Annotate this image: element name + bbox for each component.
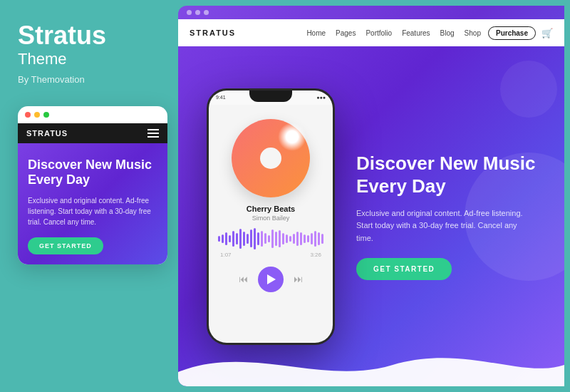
deco-circle-small	[500, 61, 557, 118]
mobile-hero-desc: Exclusive and original content. Ad-free …	[28, 195, 157, 227]
hero-heading-line2: Every Day	[356, 175, 446, 197]
mobile-preview: STRATUS Discover New Music Every Day Exc…	[18, 106, 167, 264]
time-end: 3:26	[310, 252, 321, 258]
hamburger-icon[interactable]	[147, 129, 159, 138]
brand-by: By Themovation	[18, 74, 160, 85]
hero-cta-button[interactable]: GET STARTED	[356, 258, 452, 280]
wave-bottom	[178, 329, 564, 386]
phone-screen: Cherry Beats Simon Bailey 1:07 3:26 ⏮ ⏭	[209, 105, 333, 343]
browser-dot-2	[195, 10, 200, 15]
nav-link-pages[interactable]: Pages	[336, 29, 356, 37]
hero-heading-line1: Discover New Music	[356, 153, 535, 174]
phone-notch	[249, 91, 292, 102]
hero-desc: Exclusive and original content. Ad-free …	[356, 207, 527, 245]
play-button[interactable]	[258, 267, 284, 292]
hero-heading: Discover New Music Every Day	[356, 153, 536, 197]
song-title: Cherry Beats	[247, 205, 295, 213]
left-panel: Stratus Theme By Themovation STRATUS Dis…	[0, 0, 178, 392]
brand-title: Stratus	[18, 21, 160, 50]
nav-link-home[interactable]: Home	[306, 29, 326, 37]
nav-link-portfolio[interactable]: Portfolio	[366, 29, 392, 37]
dot-green	[43, 112, 49, 118]
song-artist: Simon Bailey	[252, 215, 290, 222]
cart-icon[interactable]: 🛒	[542, 28, 553, 38]
play-triangle-icon	[267, 274, 276, 284]
browser-dot-3	[204, 10, 209, 15]
status-icons: ●●●	[316, 95, 326, 100]
album-art	[232, 119, 310, 197]
mobile-hero-title: Discover New Music Every Day	[28, 158, 157, 188]
dot-yellow	[34, 112, 40, 118]
mobile-nav-logo: STRATUS	[26, 129, 68, 138]
cherry-decoration	[278, 123, 306, 151]
nav-link-blog[interactable]: Blog	[440, 29, 455, 37]
right-panel: STRATUS Home Pages Portfolio Features Bl…	[178, 6, 564, 386]
status-time: 9:41	[216, 95, 226, 100]
dot-red	[25, 112, 31, 118]
browser-bar	[178, 6, 564, 19]
mobile-top-bar	[18, 106, 167, 123]
site-nav: STRATUS Home Pages Portfolio Features Bl…	[178, 19, 564, 46]
purchase-button[interactable]: Purchase	[488, 26, 536, 40]
site-nav-logo: STRATUS	[190, 29, 236, 37]
prev-icon[interactable]: ⏮	[239, 274, 248, 284]
phone-mockup: 9:41 ●●● Cherry Beats Simon Bailey 1:07 …	[207, 88, 335, 345]
mobile-nav: STRATUS	[18, 123, 167, 143]
nav-link-shop[interactable]: Shop	[465, 29, 481, 37]
album-art-inner	[260, 148, 281, 169]
brand-subtitle: Theme	[18, 50, 160, 68]
mobile-hero: Discover New Music Every Day Exclusive a…	[18, 143, 167, 264]
time-start: 1:07	[220, 252, 232, 258]
controls-row: ⏮ ⏭	[239, 267, 303, 292]
time-row: 1:07 3:26	[209, 252, 333, 258]
next-icon[interactable]: ⏭	[294, 274, 303, 284]
waveform	[207, 229, 335, 249]
mobile-cta-button[interactable]: GET STARTED	[28, 237, 103, 254]
hero-text: Discover New Music Every Day Exclusive a…	[335, 153, 543, 279]
browser-dot-1	[187, 10, 192, 15]
nav-link-features[interactable]: Features	[402, 29, 430, 37]
site-nav-links: Home Pages Portfolio Features Blog Shop	[306, 29, 481, 37]
